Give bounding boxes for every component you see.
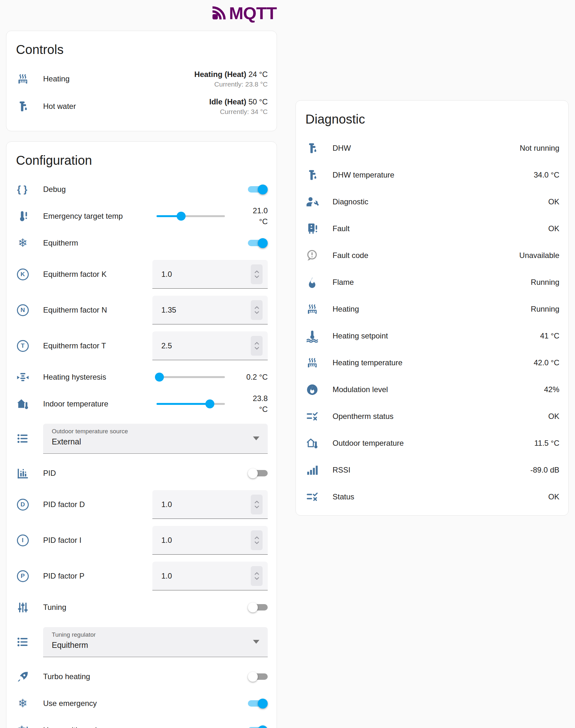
snowflake-sun-icon: ❄ <box>15 235 30 250</box>
slider-value-line: 23.8 <box>233 393 268 404</box>
number-stepper[interactable] <box>251 495 263 514</box>
diagnostic-row[interactable]: RSSI -89.0 dB <box>305 457 560 483</box>
diagnostic-row[interactable]: Fault code Unavailable <box>305 242 560 269</box>
number-input[interactable]: 1.0 <box>153 526 268 555</box>
number-stepper[interactable] <box>251 300 263 320</box>
diagnostic-label: Status <box>333 493 548 501</box>
toggle-switch[interactable] <box>248 602 268 613</box>
water-pump-icon <box>305 141 319 155</box>
control-label: Hot water <box>43 102 209 111</box>
radiator-icon <box>305 302 319 317</box>
control-state-value: 50 °C <box>248 97 268 106</box>
diagnostic-row[interactable]: Heating temperature 42.0 °C <box>305 349 560 376</box>
diagnostic-label: Fault code <box>333 251 519 260</box>
config-label: Equitherm factor T <box>43 341 153 350</box>
number-input[interactable]: 1.35 <box>153 296 268 324</box>
toggle-switch[interactable] <box>248 468 268 479</box>
diagnostic-row[interactable]: Status OK <box>305 483 560 510</box>
control-label: Heating <box>43 74 194 83</box>
select-label: Tuning regulator <box>52 631 248 638</box>
toggle-switch[interactable] <box>248 671 268 682</box>
number-stepper[interactable] <box>251 336 263 356</box>
number-input[interactable]: 1.0 <box>153 260 268 289</box>
list-icon <box>15 431 30 446</box>
diagnostic-row[interactable]: Heating setpoint 41 °C <box>305 323 560 349</box>
diagnostic-row[interactable]: DHW Not running <box>305 135 560 161</box>
diagnostic-value: OK <box>548 197 560 206</box>
circle-fire-icon <box>305 382 319 397</box>
diagnostic-value: OK <box>548 224 560 233</box>
value-slider[interactable] <box>157 372 225 382</box>
config-row-select: Tuning regulator Equitherm <box>15 621 268 663</box>
code-braces-icon: { } <box>15 182 30 197</box>
number-input[interactable]: 2.5 <box>153 331 268 360</box>
diagnostic-row[interactable]: Outdoor temperature 11.5 °C <box>305 430 560 457</box>
controls-row[interactable]: Hot water Idle (Heat) 50 °C Currently: 3… <box>15 93 268 120</box>
slider-thumb[interactable] <box>155 373 164 381</box>
controls-card-title: Controls <box>15 31 268 65</box>
diagnostic-label: Flame <box>333 278 531 287</box>
select-value: External <box>52 437 248 446</box>
list-status-icon <box>305 489 319 504</box>
config-row-slider: Emergency target temp 21.0°C <box>15 203 268 229</box>
config-label: PID factor D <box>43 500 153 509</box>
number-input-value: 1.35 <box>161 305 251 315</box>
diagnostic-label: DHW <box>333 144 520 153</box>
rocket-icon <box>15 669 30 684</box>
value-slider[interactable] <box>157 211 225 221</box>
number-stepper[interactable] <box>251 530 263 550</box>
toggle-thumb <box>258 699 268 708</box>
configuration-card-title: Configuration <box>15 142 268 176</box>
diagnostic-row[interactable]: Diagnostic OK <box>305 188 560 215</box>
controls-row[interactable]: Heating Heating (Heat) 24 °C Currently: … <box>15 65 268 93</box>
diagnostic-row[interactable]: Heating Running <box>305 296 560 323</box>
slider-value-line: 0.2 °C <box>233 372 268 383</box>
slider-fill <box>157 403 210 405</box>
value-slider[interactable] <box>157 399 225 409</box>
diagnostic-row[interactable]: Modulation level 42% <box>305 376 560 403</box>
diagnostic-card: Diagnostic DHW Not running DHW temperatu… <box>296 100 569 516</box>
config-label: Equitherm factor K <box>43 270 153 279</box>
number-stepper[interactable] <box>251 566 263 586</box>
toggle-switch[interactable] <box>248 184 268 195</box>
slider-thumb[interactable] <box>205 399 214 408</box>
toggle-switch[interactable] <box>248 238 268 248</box>
config-row-number: D PID factor D 1.0 <box>15 486 268 522</box>
diagnostic-label: DHW temperature <box>333 171 534 179</box>
diagnostic-row[interactable]: Fault OK <box>305 215 560 242</box>
signal-icon <box>305 463 319 477</box>
home-thermometer-outline-icon <box>305 436 319 450</box>
select-input[interactable]: Outdoor temperature source External <box>43 424 268 454</box>
toggle-switch[interactable] <box>248 698 268 709</box>
config-label: Indoor temperature <box>43 399 157 408</box>
number-stepper[interactable] <box>251 264 263 284</box>
diagnostic-label: Heating <box>333 304 531 314</box>
config-label: Turbo heating <box>43 672 248 681</box>
configuration-rows: { } Debug Emergency target temp 21.0°C ❄… <box>15 176 268 728</box>
toggle-thumb <box>258 185 268 194</box>
control-state-mode: Heating (Heat) <box>194 70 246 78</box>
list-status-icon <box>305 409 319 424</box>
hysteresis-icon <box>15 370 30 385</box>
number-input[interactable]: 1.0 <box>153 490 268 519</box>
diagnostic-row[interactable]: DHW temperature 34.0 °C <box>305 161 560 188</box>
config-row-toggle: ❄ Equitherm <box>15 229 268 256</box>
number-input-value: 1.0 <box>161 536 251 545</box>
diagnostic-value: -89.0 dB <box>530 466 560 474</box>
select-label: Outdoor temperature source <box>52 428 248 435</box>
slider-value: 21.0°C <box>233 205 268 227</box>
config-row-toggle: ❄! Use equitherm in emergency <box>15 717 268 728</box>
slider-thumb[interactable] <box>177 212 185 221</box>
diagnostic-row[interactable]: Opentherm status OK <box>305 403 560 430</box>
letter-k-circle-icon: K <box>15 267 30 282</box>
number-input[interactable]: 1.0 <box>153 562 268 590</box>
diagnostic-label: Heating setpoint <box>333 331 540 340</box>
list-icon <box>15 635 30 650</box>
letter-n-circle-icon: N <box>15 303 30 317</box>
config-row-toggle: PID <box>15 460 268 486</box>
diagnostic-row[interactable]: Flame Running <box>305 269 560 296</box>
select-input[interactable]: Tuning regulator Equitherm <box>43 627 268 657</box>
slider-value-line: 21.0 <box>233 205 268 216</box>
diagnostic-value: 42.0 °C <box>534 358 560 367</box>
toggle-switch[interactable] <box>248 725 268 728</box>
